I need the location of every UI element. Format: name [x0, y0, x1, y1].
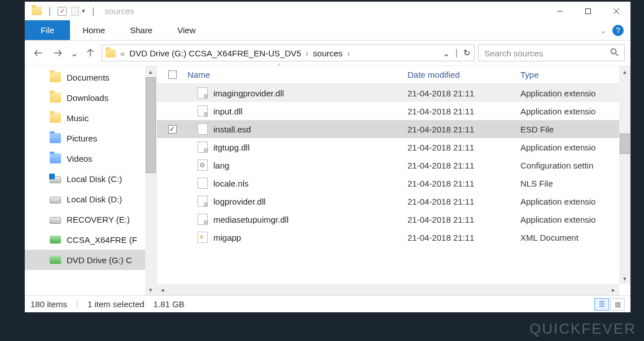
column-header-date[interactable]: Date modified: [408, 70, 520, 79]
file-type: XML Document: [520, 233, 630, 242]
svg-line-8: [616, 54, 618, 56]
nav-item-label: Music: [67, 113, 89, 123]
ribbon-expand-icon[interactable]: ⌄: [600, 26, 607, 35]
disk-c-icon: [50, 176, 61, 183]
refresh-button[interactable]: ↻: [463, 48, 471, 58]
nav-item[interactable]: Pictures: [25, 128, 156, 148]
scroll-right-icon[interactable]: ▸: [608, 286, 619, 294]
dvd-icon: [50, 236, 61, 243]
row-checkbox[interactable]: ✓: [157, 125, 187, 134]
nav-item-label: Local Disk (D:): [67, 194, 122, 204]
file-row[interactable]: ✓install.esd21-04-2018 21:11ESD File: [157, 120, 630, 138]
file-explorer-window: | ✓ ▾ | sources File Home Share View ⌄ ?…: [24, 1, 631, 313]
close-button[interactable]: [602, 2, 630, 20]
separator: |: [92, 6, 94, 16]
disk-icon: [50, 217, 61, 224]
file-row[interactable]: mediasetupuimgr.dll21-04-2018 21:11Appli…: [157, 210, 630, 228]
file-name: lang: [213, 161, 229, 170]
qat-properties-icon[interactable]: ✓: [58, 7, 67, 16]
up-button[interactable]: [82, 45, 98, 61]
search-box[interactable]: Search sources: [478, 45, 625, 61]
file-scrollbar-vertical[interactable]: ▴ ▾: [619, 66, 630, 284]
file-date: 21-04-2018 21:11: [408, 107, 520, 116]
breadcrumb-part[interactable]: DVD Drive (G:) CCSA_X64FRE_EN-US_DV5: [129, 48, 301, 58]
maximize-button[interactable]: [574, 2, 602, 20]
qat-newfolder-icon[interactable]: [71, 7, 79, 16]
ribbon: File Home Share View ⌄ ?: [25, 20, 630, 41]
file-date: 21-04-2018 21:11: [408, 143, 520, 152]
view-details-button[interactable]: ☰: [594, 298, 609, 311]
help-button[interactable]: ?: [612, 25, 624, 36]
scroll-thumb[interactable]: [146, 77, 156, 173]
nav-item[interactable]: Local Disk (D:): [25, 189, 156, 209]
file-row[interactable]: lang21-04-2018 21:11Configuration settin: [157, 156, 630, 174]
file-name: logprovider.dll: [213, 197, 266, 206]
app-folder-icon: [32, 7, 42, 15]
breadcrumb-separator-icon[interactable]: ›: [306, 48, 309, 58]
file-date: 21-04-2018 21:11: [408, 88, 520, 98]
breadcrumb-separator-icon[interactable]: ›: [347, 48, 350, 58]
titlebar: | ✓ ▾ | sources: [25, 2, 630, 20]
tab-file[interactable]: File: [25, 20, 70, 40]
file-scrollbar-horizontal[interactable]: ◂ ▸: [157, 284, 619, 295]
breadcrumb-part[interactable]: sources: [313, 48, 343, 58]
file-type: Application extensio: [520, 143, 630, 152]
nav-scrollbar[interactable]: ▴ ▾: [145, 66, 156, 295]
scroll-down-icon[interactable]: ▾: [619, 273, 630, 284]
scroll-up-icon[interactable]: ▴: [145, 66, 156, 77]
nav-item[interactable]: Music: [25, 108, 156, 128]
nav-item[interactable]: CCSA_X64FRE (F: [25, 229, 156, 250]
select-all-checkbox[interactable]: [157, 70, 187, 79]
address-dropdown-icon[interactable]: ⌄: [443, 48, 450, 59]
scroll-thumb[interactable]: [620, 134, 630, 154]
file-type: ESD File: [520, 125, 630, 134]
nav-item[interactable]: Videos: [25, 148, 156, 169]
minimize-button[interactable]: [546, 2, 574, 20]
nav-item[interactable]: Local Disk (C:): [25, 169, 156, 189]
tab-home[interactable]: Home: [70, 20, 117, 40]
column-header-type[interactable]: Type: [520, 70, 630, 79]
scroll-up-icon[interactable]: ▴: [619, 66, 630, 77]
file-date: 21-04-2018 21:11: [408, 215, 520, 224]
file-type: NLS File: [520, 179, 630, 188]
file-row[interactable]: logprovider.dll21-04-2018 21:11Applicati…: [157, 192, 630, 210]
scroll-left-icon[interactable]: ◂: [157, 286, 168, 294]
recent-dropdown-icon[interactable]: ⌄: [69, 45, 79, 61]
file-row[interactable]: input.dll21-04-2018 21:11Application ext…: [157, 102, 630, 120]
body: DocumentsDownloadsMusicPicturesVideosLoc…: [25, 66, 630, 295]
file-date: 21-04-2018 21:11: [408, 179, 520, 188]
file-name: imagingprovider.dll: [213, 88, 284, 98]
status-bar: 180 items | 1 item selected 1.81 GB ☰ ▦: [25, 295, 630, 312]
column-header-name[interactable]: Name ˄: [187, 70, 408, 79]
back-button[interactable]: [30, 45, 46, 61]
view-thumbnails-button[interactable]: ▦: [610, 298, 625, 311]
sort-indicator-icon: ˄: [278, 63, 281, 70]
file-name: locale.nls: [213, 179, 249, 188]
file-row[interactable]: migapp21-04-2018 21:11XML Document: [157, 228, 630, 246]
breadcrumb-overflow[interactable]: «: [120, 48, 125, 58]
nav-item[interactable]: Downloads: [25, 87, 156, 108]
tab-view[interactable]: View: [165, 20, 208, 40]
file-row[interactable]: locale.nls21-04-2018 21:11NLS File: [157, 174, 630, 192]
dvd-icon: [50, 256, 61, 264]
qat-customize-icon[interactable]: ▾: [82, 7, 85, 15]
file-type: Application extensio: [520, 107, 630, 116]
tab-share[interactable]: Share: [117, 20, 165, 40]
file-row[interactable]: imagingprovider.dll21-04-2018 21:11Appli…: [157, 84, 630, 102]
nav-item-label: Documents: [67, 73, 109, 82]
file-icon: [198, 123, 208, 135]
nav-item[interactable]: RECOVERY (E:): [25, 209, 156, 229]
window-controls: [546, 2, 630, 20]
column-headers: Name ˄ Date modified Type: [157, 66, 630, 84]
nav-item[interactable]: DVD Drive (G:) C: [25, 250, 156, 270]
file-type: Application extensio: [520, 215, 630, 224]
nav-item-label: Pictures: [67, 134, 97, 143]
address-bar[interactable]: « DVD Drive (G:) CCSA_X64FRE_EN-US_DV5 ›…: [102, 45, 475, 61]
file-name: migapp: [213, 233, 241, 242]
separator: |: [49, 6, 51, 16]
nav-item[interactable]: Documents: [25, 67, 156, 87]
file-date: 21-04-2018 21:11: [408, 161, 520, 170]
scroll-down-icon[interactable]: ▾: [145, 284, 156, 295]
file-row[interactable]: itgtupg.dll21-04-2018 21:11Application e…: [157, 138, 630, 156]
forward-button[interactable]: [50, 45, 65, 61]
